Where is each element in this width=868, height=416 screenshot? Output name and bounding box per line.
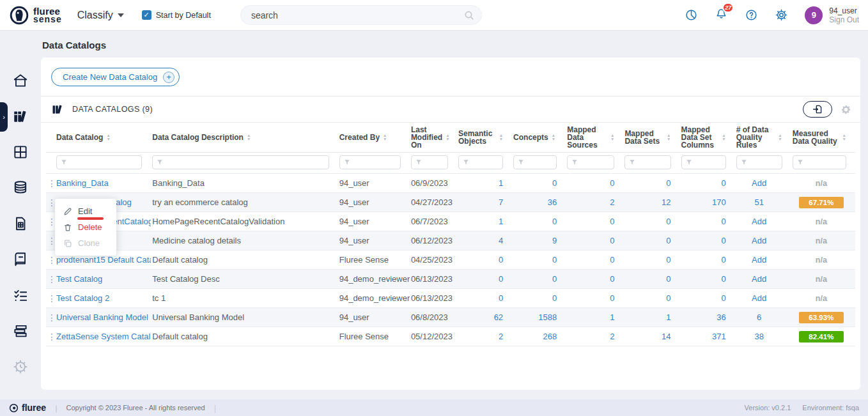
catalog-name-link[interactable]: Banking_Data — [56, 178, 109, 188]
table-settings-icon[interactable] — [841, 104, 851, 115]
sidebar-item-data-catalogs[interactable] — [12, 107, 29, 125]
help-icon[interactable] — [745, 8, 758, 22]
sort-icon[interactable]: ▲▼ — [247, 134, 251, 141]
sidebar-item-data-set-report[interactable] — [12, 215, 29, 233]
notifications-bell[interactable]: 27 — [715, 7, 728, 23]
fluree-sense-logo[interactable]: fluree sense — [9, 5, 62, 26]
column-filter[interactable] — [736, 155, 782, 169]
column-header[interactable]: Mapped Data Sets▲▼ — [623, 123, 679, 153]
mapped-data-sets-value[interactable]: 0 — [666, 293, 670, 303]
semantic-objects-value[interactable]: 0 — [499, 293, 503, 303]
mapped-data-sources-value[interactable]: 0 — [610, 255, 614, 265]
sidebar-item-data-stores[interactable] — [12, 322, 29, 340]
column-filter-input[interactable] — [747, 157, 782, 168]
column-filter[interactable] — [339, 155, 401, 169]
mapped-data-sources-value[interactable]: 0 — [610, 178, 614, 188]
sidebar-item-data-grid[interactable] — [12, 143, 29, 161]
mapped-data-sets-value[interactable]: 0 — [666, 255, 670, 265]
search-box[interactable] — [240, 5, 482, 25]
semantic-objects-value[interactable]: 0 — [499, 255, 503, 265]
quality-rules-link[interactable]: 38 — [754, 332, 763, 341]
quality-rules-link[interactable]: 51 — [754, 197, 763, 207]
mapped-data-set-columns-value[interactable]: 371 — [712, 332, 726, 341]
catalog-name-link[interactable]: Universal Banking Model — [56, 312, 148, 322]
mapped-data-set-columns-value[interactable]: 0 — [721, 274, 725, 284]
column-filter-input[interactable] — [578, 157, 614, 168]
catalog-name-link[interactable]: Test Catalog 2 — [56, 293, 109, 303]
concepts-value[interactable]: 0 — [552, 217, 557, 226]
column-filter[interactable] — [56, 155, 142, 169]
mapped-data-sets-value[interactable]: 0 — [666, 178, 670, 188]
mapped-data-set-columns-value[interactable]: 36 — [717, 312, 725, 322]
mapped-data-sources-value[interactable]: 0 — [610, 236, 614, 245]
catalog-name-link[interactable]: prodtenant15 Default Catalog — [56, 255, 151, 265]
quality-rules-link[interactable]: Add — [752, 217, 766, 226]
quality-rules-link[interactable]: Add — [752, 236, 766, 245]
column-filter-input[interactable] — [635, 157, 670, 168]
row-menu-button[interactable]: ⋮ — [47, 217, 55, 227]
column-filter[interactable] — [624, 155, 670, 169]
mapped-data-sets-value[interactable]: 14 — [662, 332, 670, 341]
mapped-data-set-columns-value[interactable]: 0 — [721, 217, 725, 226]
avatar[interactable]: 9 — [805, 6, 823, 24]
column-filter[interactable] — [513, 155, 557, 169]
semantic-objects-value[interactable]: 0 — [499, 274, 503, 284]
mapped-data-sources-value[interactable]: 2 — [610, 197, 614, 207]
row-menu-button[interactable]: ⋮ — [47, 274, 55, 284]
column-filter[interactable] — [458, 155, 503, 169]
menu-item-edit[interactable]: Edit — [55, 203, 116, 219]
mapped-data-sources-value[interactable]: 0 — [610, 274, 614, 284]
row-menu-button[interactable]: ⋮ — [47, 236, 55, 246]
concepts-value[interactable]: 0 — [552, 255, 557, 265]
sort-icon[interactable]: ▲▼ — [842, 134, 846, 141]
mapped-data-sets-value[interactable]: 0 — [666, 236, 670, 245]
create-new-data-catalog-button[interactable]: Create New Data Catalog + — [51, 68, 180, 86]
menu-item-delete[interactable]: Delete — [55, 219, 116, 235]
quality-rules-link[interactable]: Add — [752, 178, 766, 188]
mapped-data-sources-value[interactable]: 0 — [610, 293, 614, 303]
column-header[interactable]: Last Modified On▲▼ — [410, 123, 457, 153]
sign-out-link[interactable]: Sign Out — [829, 15, 859, 24]
mapped-data-sources-value[interactable]: 0 — [610, 217, 614, 226]
row-menu-button[interactable]: ⋮ — [47, 332, 55, 342]
search-input[interactable] — [241, 6, 481, 24]
mapped-data-sources-value[interactable]: 2 — [610, 332, 614, 341]
column-filter[interactable] — [411, 155, 448, 169]
concepts-value[interactable]: 36 — [548, 197, 557, 207]
column-filter-input[interactable] — [469, 157, 502, 168]
column-filter[interactable] — [681, 155, 726, 169]
sort-icon[interactable]: ▲▼ — [778, 134, 782, 141]
column-header[interactable]: Measured Data Quality▲▼ — [791, 123, 855, 153]
sidebar-item-databases[interactable] — [12, 179, 29, 197]
sort-icon[interactable]: ▲▼ — [499, 134, 503, 141]
sort-icon[interactable]: ▲▼ — [552, 134, 555, 141]
mapped-data-sets-value[interactable]: 12 — [662, 197, 670, 207]
usage-pie-chart-icon[interactable] — [685, 8, 698, 22]
column-filter-input[interactable] — [163, 157, 328, 168]
sort-icon[interactable]: ▲▼ — [722, 134, 725, 141]
mapped-data-set-columns-value[interactable]: 170 — [712, 197, 726, 207]
concepts-value[interactable]: 0 — [552, 178, 557, 188]
sidebar-active-indicator[interactable]: › — [0, 102, 8, 132]
mapped-data-set-columns-value[interactable]: 0 — [721, 236, 725, 245]
sort-icon[interactable]: ▲▼ — [610, 134, 614, 141]
column-header[interactable]: Semantic Objects▲▼ — [457, 123, 512, 153]
column-header[interactable]: Data Catalog Description▲▼ — [151, 123, 337, 153]
sidebar-item-task-list[interactable] — [12, 286, 29, 304]
mapped-data-sources-value[interactable]: 1 — [610, 312, 614, 322]
mapped-data-set-columns-value[interactable]: 0 — [721, 178, 725, 188]
concepts-value[interactable]: 268 — [543, 332, 557, 341]
mapped-data-sets-value[interactable]: 0 — [666, 274, 670, 284]
mapped-data-sets-value[interactable]: 0 — [666, 217, 670, 226]
concepts-value[interactable]: 1588 — [538, 312, 557, 322]
column-filter-input[interactable] — [67, 157, 141, 168]
column-header[interactable]: Data Catalog▲▼ — [55, 123, 151, 153]
column-filter[interactable] — [793, 155, 846, 169]
row-menu-button[interactable]: ⋮ — [47, 197, 55, 208]
classify-dropdown[interactable]: Classify — [77, 10, 124, 21]
sort-icon[interactable]: ▲▼ — [446, 134, 449, 141]
quality-rules-link[interactable]: 6 — [757, 312, 761, 322]
sort-icon[interactable]: ▲▼ — [383, 134, 387, 141]
row-menu-button[interactable]: ⋮ — [47, 178, 55, 189]
row-menu-button[interactable]: ⋮ — [47, 312, 55, 323]
